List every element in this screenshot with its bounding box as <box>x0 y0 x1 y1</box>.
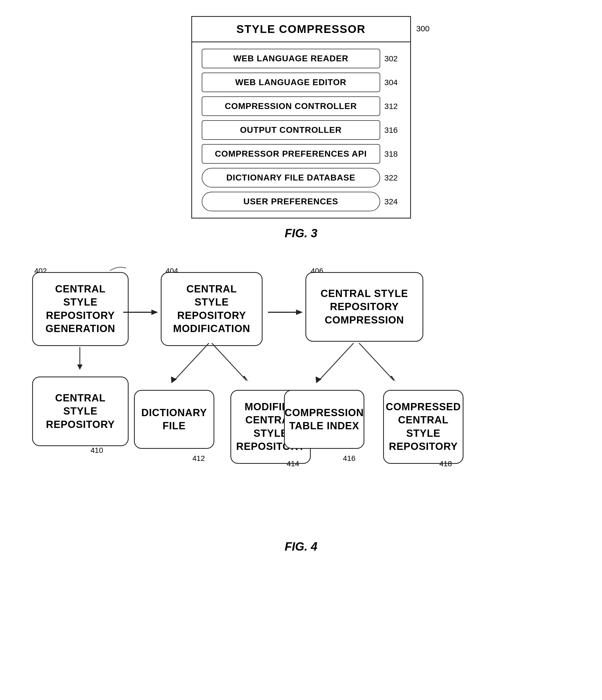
arrow-gen-to-mod <box>123 307 163 318</box>
svg-marker-1 <box>77 365 82 370</box>
csr-modification-node: CENTRAL STYLE REPOSITORY MODIFICATION <box>161 272 263 346</box>
ref-412: 412 <box>192 454 205 463</box>
sc-body: WEB LANGUAGE READER 302 WEB LANGUAGE EDI… <box>192 42 410 218</box>
row-compression-controller: COMPRESSION CONTROLLER 312 <box>202 96 401 116</box>
svg-line-12 <box>359 343 394 380</box>
ref-304: 304 <box>384 78 401 87</box>
ref-318: 318 <box>384 149 401 158</box>
fig3-caption: FIG. 3 <box>285 227 317 240</box>
svg-marker-5 <box>296 309 303 315</box>
dictionary-file-node: DICTIONARY FILE <box>134 390 214 449</box>
web-language-editor: WEB LANGUAGE EDITOR <box>202 73 380 92</box>
ref-300: 300 <box>416 24 430 33</box>
arrow-comp-to-compcsr <box>351 343 405 391</box>
csr-generation-node: CENTRAL STYLE REPOSITORY GENERATION <box>32 272 128 346</box>
web-language-reader: WEB LANGUAGE READER <box>202 49 380 68</box>
ref-302: 302 <box>384 54 401 63</box>
compression-table-index-node: COMPRESSION TABLE INDEX <box>284 390 364 449</box>
ref-402-line <box>107 264 128 272</box>
ref-322: 322 <box>384 173 401 182</box>
row-user-preferences: USER PREFERENCES 324 <box>202 192 401 211</box>
row-compressor-preferences-api: COMPRESSOR PREFERENCES API 318 <box>202 144 401 164</box>
arrow-gen-to-csr <box>74 347 85 374</box>
ref-416: 416 <box>343 454 356 463</box>
fig3-diagram: STYLE COMPRESSOR WEB LANGUAGE READER 302… <box>16 16 586 240</box>
svg-marker-3 <box>151 309 158 315</box>
compressed-csr-node: COMPRESSED CENTRAL STYLE REPOSITORY <box>383 390 463 464</box>
fig4-layout: 402 CENTRAL STYLE REPOSITORY GENERATION … <box>16 267 579 551</box>
csr-node: CENTRAL STYLE REPOSITORY <box>32 376 128 446</box>
ref-316: 316 <box>384 126 401 135</box>
svg-marker-9 <box>243 376 249 382</box>
row-dictionary-file-database: DICTIONARY FILE DATABASE 322 <box>202 168 401 188</box>
ref-312: 312 <box>384 102 401 111</box>
svg-marker-7 <box>171 376 177 383</box>
arrow-mod-to-modcsr <box>203 343 257 391</box>
dictionary-file-database: DICTIONARY FILE DATABASE <box>202 168 380 188</box>
svg-line-8 <box>212 343 246 380</box>
style-compressor-box: STYLE COMPRESSOR WEB LANGUAGE READER 302… <box>191 16 411 219</box>
svg-marker-13 <box>391 376 396 382</box>
style-compressor-title: STYLE COMPRESSOR <box>192 17 410 42</box>
ref-324: 324 <box>384 197 401 206</box>
csr-compression-node: CENTRAL STYLE REPOSITORY COMPRESSION <box>306 272 423 342</box>
ref-410: 410 <box>91 446 103 455</box>
compressor-preferences-api: COMPRESSOR PREFERENCES API <box>202 144 380 164</box>
row-web-language-editor: WEB LANGUAGE EDITOR 304 <box>202 73 401 92</box>
ref-414: 414 <box>287 459 299 468</box>
ref-418: 418 <box>439 459 452 468</box>
row-web-language-reader: WEB LANGUAGE READER 302 <box>202 49 401 68</box>
output-controller: OUTPUT CONTROLLER <box>202 120 380 140</box>
user-preferences: USER PREFERENCES <box>202 192 380 211</box>
fig4-diagram: 402 CENTRAL STYLE REPOSITORY GENERATION … <box>16 267 586 553</box>
arrow-mod-to-comp <box>268 307 308 318</box>
svg-line-10 <box>319 343 354 380</box>
row-output-controller: OUTPUT CONTROLLER 316 <box>202 120 401 140</box>
compression-controller: COMPRESSION CONTROLLER <box>202 96 380 116</box>
svg-marker-11 <box>316 376 321 383</box>
